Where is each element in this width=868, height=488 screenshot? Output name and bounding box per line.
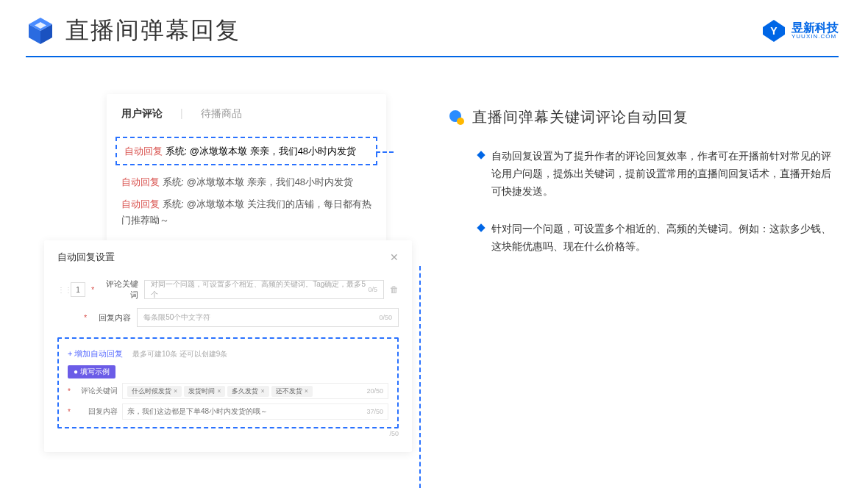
add-note: 最多可建10条 还可以创建9条 [132, 350, 227, 358]
index-box: 1 [71, 282, 85, 297]
page-title: 直播间弹幕回复 [65, 15, 241, 47]
trash-icon[interactable]: 🗑 [390, 284, 399, 295]
bullet-item: 针对同一个问题，可设置多个相近的、高频的关键词。例如：这款多少钱、这块能优惠吗、… [449, 220, 839, 256]
keyword-input[interactable]: 对同一个问题，可设置多个相近、高频的关键词。Tag确定，最多5个 0/5 [144, 280, 384, 299]
screenshot-illustration: 用户评论 | 待播商品 自动回复 系统: @冰墩墩本墩 亲亲，我们48小时内发货… [44, 94, 419, 452]
example-content-label: 回复内容 [75, 406, 118, 417]
autoreply-settings-dialog: 自动回复设置 ✕ ⋮⋮ 1 * 评论关键词 对同一个问题，可设置多个相近、高频的… [44, 240, 412, 452]
tag-chip[interactable]: 多久发货× [227, 386, 268, 397]
close-icon[interactable]: ✕ [390, 251, 399, 263]
tag-chip[interactable]: 什么时候发货× [127, 386, 182, 397]
brand-icon: Y [762, 19, 786, 43]
brand-name: 昱新科技 [791, 21, 839, 35]
comment-line: 自动回复 系统: @冰墩墩本墩 关注我们的店铺，每日都有热门推荐呦～ [107, 193, 386, 232]
bubble-icon [449, 110, 465, 126]
dialog-title: 自动回复设置 [57, 251, 115, 264]
connector-line [419, 266, 421, 488]
svg-text:Y: Y [770, 25, 778, 37]
diamond-icon [477, 224, 485, 232]
keyword-label: 评论关键词 [100, 279, 138, 301]
brand-logo: Y 昱新科技 YUUXIN.COM [762, 19, 839, 43]
extra-counter: /50 [57, 430, 399, 437]
cube-icon [26, 16, 55, 46]
example-content-box[interactable]: 亲，我们这边都是下单48小时内发货的哦～ 37/50 [122, 403, 388, 420]
example-highlight-box: + 增加自动回复 最多可建10条 还可以创建9条 ● 填写示例 * 评论关键词 … [57, 337, 399, 428]
example-badge: ● 填写示例 [68, 365, 115, 378]
auto-reply-tag: 自动回复 [124, 146, 163, 157]
section-title: 直播间弹幕关键词评论自动回复 [472, 107, 689, 127]
highlighted-comment: 自动回复 系统: @冰墩墩本墩 亲亲，我们48小时内发货 [115, 137, 377, 165]
add-autoreply-link[interactable]: + 增加自动回复 [68, 349, 123, 358]
content-input[interactable]: 每条限50个中文字符 0/50 [137, 308, 399, 327]
content-label: 回复内容 [93, 312, 131, 323]
page-header: 直播间弹幕回复 Y 昱新科技 YUUXIN.COM [0, 0, 868, 47]
required-star: * [91, 285, 94, 294]
bullet-item: 自动回复设置为了提升作者的评论回复效率，作者可在开播前针对常见的评论用户问题，提… [449, 148, 839, 200]
drag-handle-icon[interactable]: ⋮⋮ [57, 286, 65, 294]
comments-card: 用户评论 | 待播商品 自动回复 系统: @冰墩墩本墩 亲亲，我们48小时内发货… [107, 94, 386, 245]
tab-user-comments[interactable]: 用户评论 [121, 107, 163, 121]
diamond-icon [477, 151, 485, 159]
svg-point-7 [457, 118, 464, 125]
description-panel: 直播间弹幕关键词评论自动回复 自动回复设置为了提升作者的评论回复效率，作者可在开… [449, 94, 839, 452]
tag-chip[interactable]: 还不发货× [271, 386, 313, 397]
example-keyword-box[interactable]: 什么时候发货×发货时间×多久发货×还不发货× 20/50 [122, 383, 388, 399]
brand-url: YUUXIN.COM [791, 34, 839, 40]
required-star: * [84, 313, 87, 322]
tag-chip[interactable]: 发货时间× [184, 386, 225, 397]
comment-line: 自动回复 系统: @冰墩墩本墩 亲亲，我们48小时内发货 [107, 171, 386, 193]
example-keyword-label: 评论关键词 [75, 386, 118, 396]
tab-pending-products[interactable]: 待播商品 [201, 107, 242, 121]
